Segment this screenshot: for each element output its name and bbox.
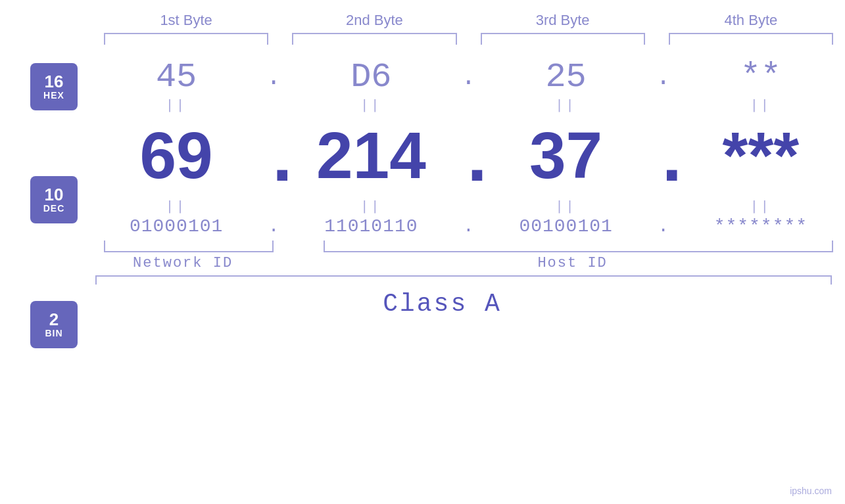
hex-value-2: D6 [350, 58, 391, 97]
hex-cell-2: D6 [287, 58, 455, 97]
eq1-cell1: || [92, 97, 260, 112]
eq2-val1: || [166, 198, 187, 214]
eq2-cell3: || [482, 198, 650, 214]
equals-row-1: || || || || [0, 97, 845, 112]
dec-value-4: *** [723, 118, 800, 192]
equals-row-2: || || || || [0, 198, 845, 214]
bracket-byte4 [669, 33, 833, 45]
bin-value-3: 00100101 [519, 216, 612, 237]
hex-cell-4: ** [677, 58, 845, 97]
bin-base-label: 2 BIN [30, 301, 78, 348]
header-row: 1st Byte 2nd Byte 3rd Byte 4th Byte [0, 0, 845, 29]
main-container: 1st Byte 2nd Byte 3rd Byte 4th Byte 16 H… [0, 0, 845, 504]
hex-value-4: ** [740, 58, 781, 97]
hex-cell-3: 25 [482, 58, 650, 97]
bin-value-2: 11010110 [324, 216, 418, 237]
gap1 [285, 241, 312, 252]
byte4-header: 4th Byte [657, 12, 845, 29]
bin-cell-1: 01000101 [92, 216, 260, 237]
hex-base-label: 16 HEX [30, 63, 78, 110]
id-label-row: Network ID Host ID [0, 255, 845, 271]
top-bracket-row [0, 33, 845, 45]
bin-base-text: BIN [45, 328, 62, 339]
bin-value-4: ******** [714, 216, 808, 237]
dec-base-num: 10 [45, 186, 64, 203]
network-id-label: Network ID [92, 255, 274, 271]
big-bracket-container [0, 275, 845, 285]
dot-bin-1: . [260, 216, 287, 237]
dot-hex-2: . [456, 63, 482, 91]
eq1-val2: || [360, 97, 381, 112]
bin-cell-2: 11010110 [287, 216, 455, 237]
hex-value-1: 45 [156, 58, 197, 97]
dot-dec-1: . [260, 112, 287, 198]
dot-dec-3: . [650, 112, 677, 198]
hex-base-text: HEX [43, 90, 64, 101]
bin-base-num: 2 [49, 311, 59, 328]
hex-cell-1: 45 [92, 58, 260, 97]
eq1-cell4: || [677, 97, 845, 112]
eq1-val4: || [750, 97, 771, 112]
eq2-val2: || [360, 198, 381, 214]
bin-cell-4: ******** [677, 216, 845, 237]
network-bracket [104, 241, 274, 252]
dec-value-3: 37 [529, 118, 602, 192]
dec-cell-1: 69 [92, 118, 260, 193]
byte2-header: 2nd Byte [280, 12, 468, 29]
eq1-cell2: || [287, 97, 455, 112]
dec-value-2: 214 [316, 118, 426, 192]
hex-value-3: 25 [545, 58, 586, 97]
byte3-header: 3rd Byte [469, 12, 657, 29]
class-label: Class A [383, 290, 502, 318]
network-id-text: Network ID [133, 255, 233, 271]
eq1-val1: || [166, 97, 187, 112]
dot-hex-1: . [260, 63, 287, 91]
dec-cell-2: 214 [287, 118, 455, 193]
dec-row: 69 . 214 . 37 . *** [0, 112, 845, 198]
eq2-val3: || [556, 198, 577, 214]
dec-cell-4: *** [677, 118, 845, 193]
eq2-val4: || [750, 198, 771, 214]
bottom-bracket-container [0, 241, 845, 252]
dot-hex-3: . [650, 63, 677, 91]
host-id-label: Host ID [300, 255, 845, 271]
eq1-cell3: || [482, 97, 650, 112]
hex-base-num: 16 [45, 73, 64, 90]
watermark: ipshu.com [790, 486, 832, 496]
dec-cell-3: 37 [482, 118, 650, 193]
dec-base-text: DEC [43, 203, 65, 214]
byte1-header: 1st Byte [92, 12, 280, 29]
dot-dec-2: . [456, 112, 482, 198]
dot-bin-3: . [650, 216, 677, 237]
bin-value-1: 01000101 [130, 216, 223, 237]
dec-value-1: 69 [140, 118, 213, 192]
big-bracket [95, 275, 832, 285]
eq1-val3: || [556, 97, 577, 112]
bracket-byte1 [104, 33, 268, 45]
hex-row: 45 . D6 . 25 . ** [0, 58, 845, 97]
bracket-byte3 [481, 33, 645, 45]
eq2-cell4: || [677, 198, 845, 214]
bin-cell-3: 00100101 [482, 216, 650, 237]
dot-bin-2: . [456, 216, 482, 237]
bin-row: 01000101 . 11010110 . 00100101 . *******… [0, 216, 845, 237]
dec-base-label: 10 DEC [30, 176, 78, 223]
eq2-cell1: || [92, 198, 260, 214]
bracket-byte2 [292, 33, 456, 45]
eq2-cell2: || [287, 198, 455, 214]
host-bracket [324, 241, 833, 252]
host-id-text: Host ID [537, 255, 607, 271]
class-label-row: Class A [0, 290, 845, 318]
id-gap [274, 255, 300, 271]
